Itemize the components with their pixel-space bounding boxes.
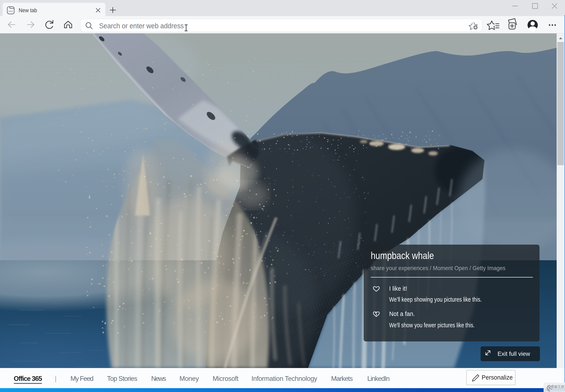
svg-text:Exit full view: Exit full view xyxy=(497,350,530,357)
svg-text:humpback whale: humpback whale xyxy=(371,250,434,261)
svg-text:share your experiences / Momen: share your experiences / Moment Open / G… xyxy=(371,265,506,271)
svg-text:Not a fan.: Not a fan. xyxy=(389,310,415,317)
svg-text:Personalize: Personalize xyxy=(482,374,513,381)
svg-text:New tab: New tab xyxy=(19,7,37,14)
svg-text:I like it!: I like it! xyxy=(389,285,407,292)
svg-text:We'll show you fewer pictures: We'll show you fewer pictures like this. xyxy=(389,322,475,329)
svg-text:We’ll keep showing you picture: We’ll keep showing you pictures like thi… xyxy=(389,296,482,303)
svg-text:创新互联: 创新互联 xyxy=(551,385,565,389)
svg-text:Search or enter web address: Search or enter web address xyxy=(99,22,184,30)
svg-text:CHUANG XIN HU LIAN: CHUANG XIN HU LIAN xyxy=(551,389,564,391)
